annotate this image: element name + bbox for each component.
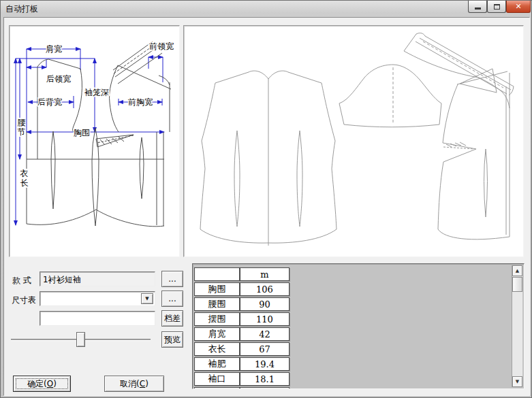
- table-row-name: 肩宽: [194, 327, 240, 341]
- pattern-preview: [185, 27, 522, 256]
- combobox-dropdown-button[interactable]: ▼: [141, 293, 153, 304]
- front-neck-width-label: 前领宽: [149, 42, 174, 51]
- grade-button[interactable]: 档差: [161, 310, 183, 327]
- table-cell-value[interactable]: 42: [240, 327, 290, 341]
- window-title: 自动打板: [5, 3, 38, 15]
- scroll-up-icon: ▲: [516, 268, 519, 273]
- dimension-lines: [16, 49, 164, 225]
- chevron-down-icon: ▼: [145, 296, 148, 301]
- table-cell-value[interactable]: 90: [240, 297, 290, 311]
- measurement-diagram: 肩宽 前领宽 后领宽 袖笼深 后背宽 前胸宽 胸围: [12, 28, 177, 253]
- cancel-button[interactable]: 取消(C): [104, 376, 164, 392]
- table-cell-value[interactable]: 110: [240, 312, 290, 326]
- table-row-partial: [240, 387, 290, 389]
- cancel-label: 取消(: [120, 378, 140, 390]
- back-width-label: 后背宽: [37, 97, 62, 107]
- size-table-label: 尺寸表: [12, 295, 36, 306]
- shoulder-width-label: 肩宽: [46, 44, 62, 54]
- table-row-name: 胸围: [194, 282, 240, 296]
- grade-button-label: 档差: [164, 313, 181, 325]
- scroll-down-button[interactable]: ▼: [512, 376, 522, 387]
- title-bar[interactable]: 自动打板 ✕: [1, 1, 531, 17]
- table-row-name: 腰围: [194, 297, 240, 311]
- armhole-depth-label: 袖笼深: [84, 88, 109, 97]
- table-header-unit: m: [240, 267, 290, 281]
- waist-level-label: 腰节: [17, 118, 26, 137]
- close-icon: ✕: [515, 2, 521, 11]
- table-cell-value[interactable]: 19.4: [240, 357, 290, 371]
- minimize-icon: [475, 7, 481, 10]
- table-cell-value[interactable]: 106: [240, 282, 290, 296]
- pattern-pieces: [200, 33, 514, 246]
- back-neck-width-label: 后领宽: [46, 74, 71, 84]
- table-header-name: [194, 267, 240, 281]
- preview-button[interactable]: 预览: [161, 331, 183, 348]
- table-scrollbar[interactable]: ▲ ▼: [512, 265, 522, 387]
- cancel-label-suffix: ): [145, 379, 148, 388]
- scroll-down-icon: ▼: [516, 379, 519, 384]
- maximize-button[interactable]: [487, 1, 506, 13]
- zoom-slider-thumb[interactable]: [76, 332, 85, 347]
- scrollbar-thumb[interactable]: [512, 277, 522, 292]
- style-label: 款 式: [12, 275, 31, 286]
- table-cell-value[interactable]: 18.1: [240, 372, 290, 386]
- diagram-label-group: 肩宽 前领宽 后领宽 袖笼深 后背宽 前胸宽 胸围: [37, 42, 174, 137]
- dialog-window: 自动打板 ✕: [0, 0, 532, 398]
- browse-size-table-button[interactable]: ...: [161, 291, 183, 307]
- measurement-table: m 胸围 106 腰围 90 摆围 110 肩宽 42 衣长 67 袖肥 19.…: [192, 263, 525, 389]
- maximize-icon: [494, 4, 500, 10]
- table-row-name: 袖肥: [194, 357, 240, 371]
- browse-style-button[interactable]: ...: [161, 271, 183, 287]
- table-cell-value[interactable]: 67: [240, 342, 290, 356]
- grade-input[interactable]: [40, 311, 155, 326]
- cancel-mnemonic: C: [140, 379, 145, 388]
- close-button[interactable]: ✕: [506, 1, 531, 13]
- front-chest-width-label: 前胸宽: [128, 97, 153, 107]
- table-row-name: 衣长: [194, 342, 240, 356]
- minimize-button[interactable]: [468, 1, 487, 13]
- bust-label: 胸围: [74, 128, 90, 137]
- ok-button[interactable]: 确定(O): [13, 376, 71, 392]
- style-value: 1衬衫短袖: [43, 275, 81, 284]
- table-row-name: 袖口: [194, 372, 240, 386]
- scroll-up-button[interactable]: ▲: [512, 265, 522, 276]
- table-row-partial: [194, 387, 240, 389]
- style-input[interactable]: 1衬衫短袖: [40, 271, 155, 286]
- focus-rectangle: [16, 378, 68, 389]
- browse-style-label: ...: [168, 274, 176, 284]
- pattern-outline: [27, 42, 171, 227]
- size-table-combobox[interactable]: ▼: [40, 291, 155, 306]
- garment-length-label: 衣长: [20, 169, 29, 188]
- preview-button-label: 预览: [164, 334, 181, 346]
- browse-size-table-label: ...: [168, 294, 176, 303]
- table-row-name: 摆围: [194, 312, 240, 326]
